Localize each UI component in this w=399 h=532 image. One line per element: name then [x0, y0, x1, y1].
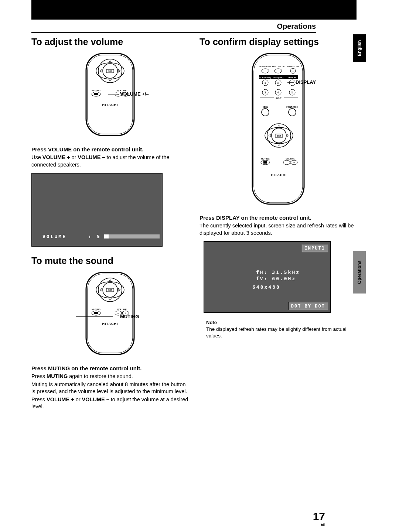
instruction-heading-volume: Press VOLUME on the remote control unit. — [31, 146, 188, 152]
svg-text:SCREEN SIZE: SCREEN SIZE — [259, 65, 272, 68]
callout-display: DISPLAY — [296, 79, 316, 85]
page-number: 17 — [313, 510, 325, 523]
svg-text:STANDBY /ON: STANDBY /ON — [287, 65, 299, 68]
remote-illustration-muting: SET MUTING VOLUME – + HITACHI — [31, 271, 188, 358]
heading-mute-sound: To mute the sound — [31, 255, 188, 266]
svg-text:DISPLAY: DISPLAY — [288, 76, 296, 79]
instruction-heading-muting: Press MUTING on the remote control unit. — [31, 365, 188, 371]
osd-resolution: 640x480 — [252, 284, 280, 290]
svg-text:5: 5 — [291, 91, 293, 94]
svg-rect-11 — [94, 93, 98, 95]
svg-text:–: – — [117, 312, 119, 315]
svg-text:+: + — [293, 161, 295, 164]
svg-text:1: 1 — [264, 81, 266, 85]
svg-rect-84 — [263, 161, 267, 164]
svg-text:RGB1(D-sub): RGB1(D-sub) — [259, 76, 271, 79]
svg-text:SET: SET — [108, 289, 112, 291]
remote-svg-display: SCREEN SIZE AUTO SET UP STANDBY /ON RGB1… — [250, 52, 306, 206]
osd-volume-value: 5 — [97, 234, 101, 239]
svg-rect-19 — [86, 272, 134, 354]
svg-text:INPUT: INPUT — [276, 97, 281, 99]
section-header: Operations — [31, 22, 316, 33]
instruction-text-muting-2: Muting is automatically canceled about 8… — [31, 381, 188, 395]
callout-volume: VOLUME +/– — [120, 91, 149, 97]
svg-text:–: – — [286, 161, 287, 164]
remote-brand: HITACHI — [102, 103, 118, 107]
svg-text:HITACHI: HITACHI — [271, 173, 287, 177]
svg-text:HITACHI: HITACHI — [102, 322, 118, 326]
right-column: To confirm display settings SCREEN SIZE … — [200, 37, 357, 415]
svg-text:VOLUME: VOLUME — [117, 308, 127, 310]
svg-text:3: 3 — [264, 91, 266, 94]
osd-input-tag: INPUT1 — [302, 244, 328, 252]
osd-volume-box: VOLUME : 5 — [31, 173, 163, 247]
heading-adjust-volume: To adjust the volume — [31, 37, 188, 47]
svg-text:MUTING: MUTING — [261, 158, 270, 160]
instruction-text-muting-3: Press VOLUME + or VOLUME – to adjust the… — [31, 396, 188, 411]
svg-text:4: 4 — [277, 91, 279, 94]
svg-text:RGB2(BNC): RGB2(BNC) — [273, 76, 283, 79]
heading-confirm-display: To confirm display settings — [200, 37, 357, 47]
svg-text:POINT ZOOM: POINT ZOOM — [286, 106, 298, 108]
note-heading: Note — [206, 320, 357, 325]
page-lang: En — [321, 522, 325, 526]
svg-rect-32 — [94, 312, 98, 314]
instruction-text-display: The currently selected input, screen siz… — [200, 222, 357, 237]
left-column: To adjust the volume SET MUTING — [31, 37, 188, 415]
svg-text:MUTING: MUTING — [92, 308, 100, 310]
note-text: The displayed refresh rates may be sligh… — [206, 326, 357, 339]
scan-black-bar — [31, 0, 357, 20]
svg-text:SET: SET — [277, 135, 281, 137]
svg-text:VOLUME: VOLUME — [286, 158, 295, 160]
remote-illustration-display: SCREEN SIZE AUTO SET UP STANDBY /ON RGB1… — [200, 52, 357, 207]
osd-volume-label: VOLUME — [42, 234, 66, 239]
svg-text:2: 2 — [277, 81, 279, 85]
osd-fh: fH: 31.5kHz — [256, 270, 300, 275]
instruction-text-volume: Use VOLUME + or VOLUME – to adjust the v… — [31, 154, 188, 168]
svg-text:AUTO SET UP: AUTO SET UP — [272, 65, 284, 68]
osd-display-box: INPUT1 fH: 31.5kHz fV: 60.0Hz 640x480 DO… — [204, 241, 331, 313]
muting-label: MUTING — [92, 89, 100, 92]
remote-illustration-volume: SET MUTING VOLUME – + HITACHI — [31, 52, 188, 139]
instruction-text-muting-1: Press MUTING again to restore the sound. — [31, 373, 188, 380]
svg-text:MENU: MENU — [262, 106, 268, 108]
osd-fv: fV: 60.0Hz — [256, 276, 296, 281]
instruction-heading-display: Press DISPLAY on the remote control unit… — [200, 214, 357, 221]
callout-muting: MUTING — [120, 314, 139, 319]
osd-volume-sep: : — [88, 234, 92, 239]
osd-mode-tag: DOT BY DOT — [288, 302, 328, 310]
set-button-label: SET — [108, 70, 112, 72]
